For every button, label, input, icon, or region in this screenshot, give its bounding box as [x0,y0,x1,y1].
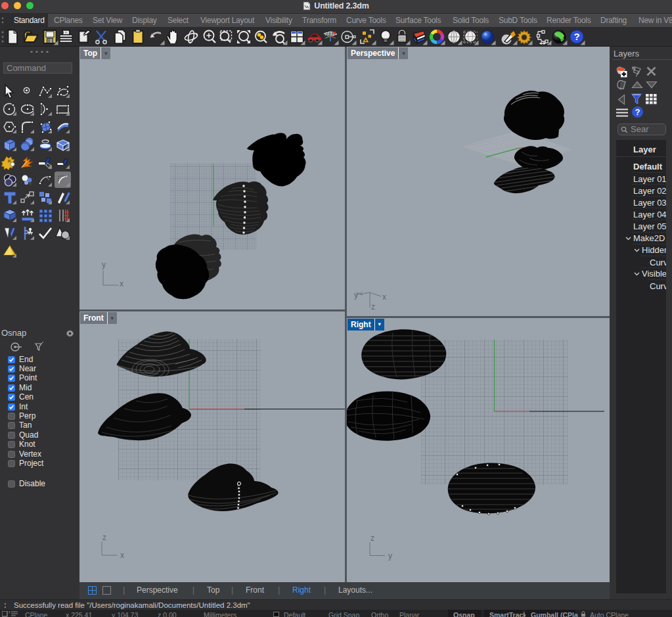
svg-text:?: ? [573,31,579,42]
svg-text:?: ? [635,108,640,117]
